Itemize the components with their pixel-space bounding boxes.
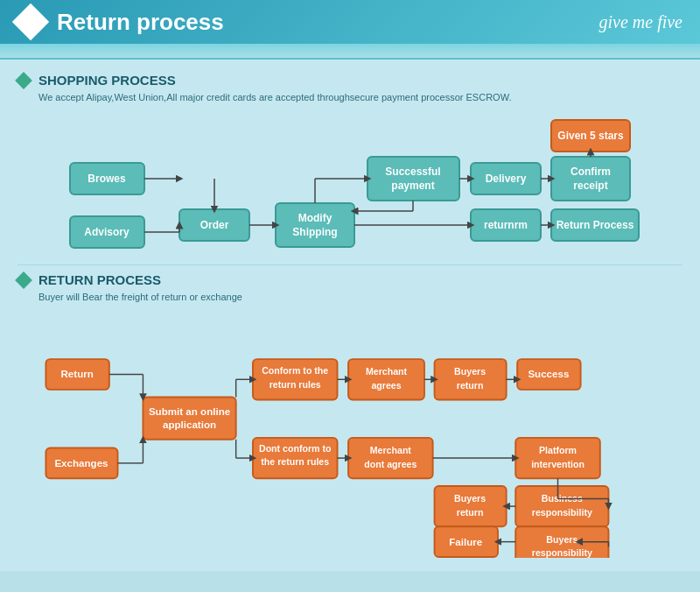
svg-rect-19 <box>471 209 541 241</box>
svg-rect-4 <box>70 216 144 248</box>
svg-text:payment: payment <box>391 180 434 192</box>
svg-rect-64 <box>435 486 507 526</box>
svg-text:responsibility: responsibility <box>532 547 592 558</box>
svg-rect-41 <box>143 398 235 440</box>
header-logo: give me five <box>599 12 683 32</box>
svg-text:intervention: intervention <box>531 459 584 469</box>
header-icon <box>12 4 49 40</box>
svg-rect-70 <box>435 526 498 557</box>
svg-text:return rules: return rules <box>270 379 321 390</box>
svg-text:return: return <box>457 380 484 391</box>
svg-text:Failure: Failure <box>449 537 483 547</box>
svg-text:Platform: Platform <box>539 445 577 455</box>
svg-text:receipt: receipt <box>573 180 607 192</box>
svg-rect-67 <box>515 486 608 526</box>
diamond-icon-return <box>15 271 32 289</box>
svg-text:Order: Order <box>200 219 229 231</box>
svg-text:Modify: Modify <box>298 212 332 224</box>
svg-text:Delivery: Delivery <box>486 173 527 185</box>
svg-text:Exchanges: Exchanges <box>54 458 108 469</box>
svg-rect-50 <box>348 359 424 399</box>
return-section-desc: Buyer will Bear the freight of return or… <box>18 292 682 302</box>
shopping-flow: Browes Order Advisory Modify Shipping Su… <box>18 113 682 257</box>
svg-text:Merchant: Merchant <box>366 366 408 377</box>
svg-text:return: return <box>457 507 484 518</box>
svg-rect-2 <box>179 209 249 241</box>
svg-text:Browes: Browes <box>88 173 126 185</box>
svg-rect-53 <box>348 438 433 478</box>
header: Return process give me five <box>0 0 700 44</box>
svg-text:Buyers: Buyers <box>454 493 486 504</box>
svg-text:Return Process: Return Process <box>556 219 634 231</box>
ribbon <box>0 44 700 60</box>
svg-text:Merchant: Merchant <box>370 445 412 455</box>
diamond-icon-shopping <box>15 72 32 89</box>
svg-rect-21 <box>551 209 639 241</box>
svg-rect-14 <box>551 157 630 201</box>
return-flow: Return Exchanges Submit an online applic… <box>18 313 682 558</box>
svg-text:Confirm: Confirm <box>570 166 611 178</box>
main-content: SHOPPING PROCESS We accept Alipay,West U… <box>0 60 700 571</box>
svg-rect-17 <box>551 120 630 152</box>
section-separator <box>18 264 682 265</box>
svg-text:Successful: Successful <box>385 166 440 178</box>
svg-rect-62 <box>517 359 580 390</box>
svg-text:Given 5 stars: Given 5 stars <box>557 130 624 142</box>
svg-text:agrees: agrees <box>371 380 401 391</box>
svg-rect-47 <box>253 438 338 478</box>
svg-rect-72 <box>515 526 608 558</box>
shopping-section-desc: We accept Alipay,West Union,All major cr… <box>18 92 682 102</box>
page-title: Return process <box>57 9 224 36</box>
svg-text:Buyers: Buyers <box>454 366 486 377</box>
svg-text:returnrm: returnrm <box>484 219 528 231</box>
svg-rect-39 <box>46 448 117 478</box>
svg-rect-37 <box>46 359 108 390</box>
svg-rect-12 <box>471 163 541 194</box>
svg-rect-44 <box>253 359 338 399</box>
svg-rect-6 <box>276 203 354 247</box>
svg-rect-9 <box>368 157 459 201</box>
shopping-section-title: SHOPPING PROCESS <box>38 73 176 88</box>
svg-text:the return rules: the return rules <box>261 456 329 467</box>
svg-text:Shipping: Shipping <box>292 226 337 238</box>
return-section-title: RETURN PROCESS <box>38 272 161 287</box>
svg-text:Success: Success <box>528 369 569 379</box>
svg-text:Advisory: Advisory <box>84 226 130 238</box>
svg-text:dont agrees: dont agrees <box>364 459 416 469</box>
svg-text:Submit an online: Submit an online <box>149 406 231 417</box>
svg-text:Buyers: Buyers <box>546 534 578 545</box>
shopping-section-header: SHOPPING PROCESS <box>18 73 682 88</box>
svg-rect-56 <box>435 359 507 399</box>
svg-text:Return: Return <box>60 369 93 379</box>
svg-text:Business: Business <box>542 493 583 504</box>
svg-rect-0 <box>70 163 144 194</box>
return-section-header: RETURN PROCESS <box>18 272 682 287</box>
svg-text:responsibility: responsibility <box>532 507 592 518</box>
svg-text:Dont conform to: Dont conform to <box>259 443 332 454</box>
svg-text:Conform to the: Conform to the <box>262 365 328 376</box>
svg-rect-59 <box>515 438 600 478</box>
svg-text:application: application <box>163 419 216 430</box>
